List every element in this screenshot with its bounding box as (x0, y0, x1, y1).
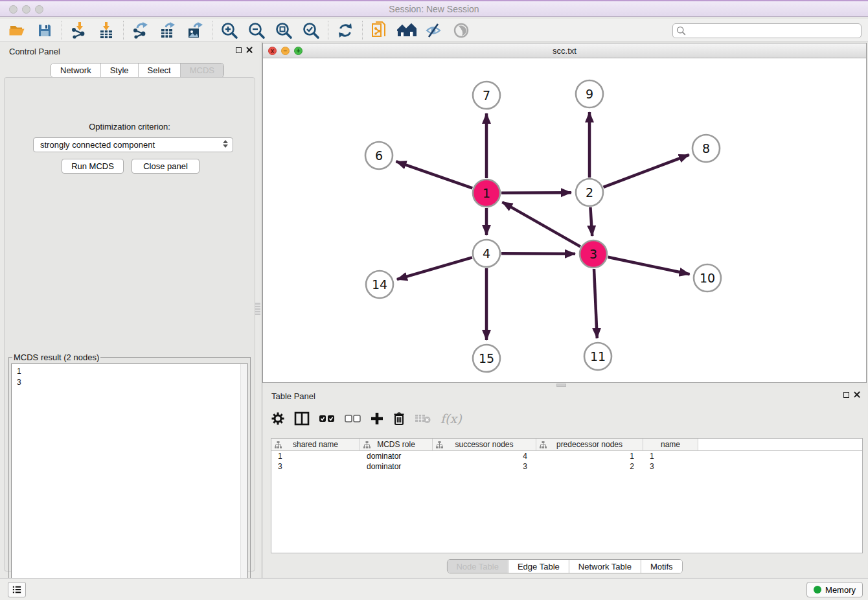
zoom-in-icon (220, 21, 238, 40)
import-table-icon (98, 22, 115, 39)
table-row[interactable]: 3dominator323 (271, 461, 862, 472)
float-table-panel-icon[interactable] (843, 392, 849, 398)
zoom-out-button[interactable] (243, 20, 270, 41)
export-network-icon (132, 22, 149, 39)
node-table: shared nameMCDS rolesuccessor nodesprede… (271, 438, 863, 553)
control-panel: Control Panel NetworkStyleSelectMCDS Opt… (0, 42, 259, 578)
graph-edge-1-2[interactable] (501, 192, 571, 193)
column-header-MCDS-role[interactable]: MCDS role (360, 439, 433, 450)
search-input[interactable] (686, 26, 861, 36)
graph-edge-3-11[interactable] (594, 269, 597, 338)
memory-button[interactable]: Memory (806, 582, 863, 597)
application-window: Session: New Session (0, 0, 868, 600)
create-column-button[interactable] (371, 410, 383, 427)
zoom-fit-icon (275, 21, 293, 40)
graph-node-label: 15 (479, 351, 494, 365)
cell-shared-name[interactable]: 3 (271, 461, 360, 472)
attribute-type-icon (540, 441, 547, 448)
mcds-result-line: 1 (17, 366, 247, 377)
zoom-selected-button[interactable] (297, 20, 325, 41)
table-panel: Table Panel (262, 387, 867, 577)
cell-name[interactable]: 3 (643, 461, 698, 472)
column-header-predecessor-nodes[interactable]: predecessor nodes (536, 439, 643, 450)
table-row[interactable]: 1dominator411 (271, 451, 862, 461)
dropdown-stepper-icon (223, 140, 228, 148)
import-table-button[interactable] (93, 20, 120, 41)
network-window-title: scc.txt (263, 46, 866, 56)
column-header-name[interactable]: name (643, 439, 698, 450)
table-tab-edge-table[interactable]: Edge Table (508, 560, 569, 573)
refresh-view-button[interactable] (332, 20, 359, 41)
column-header-successor-nodes[interactable]: successor nodes (433, 439, 536, 450)
table-tab-node-table[interactable]: Node Table (447, 560, 508, 573)
run-mcds-button[interactable]: Run MCDS (62, 159, 124, 174)
cell-predecessor-nodes[interactable]: 1 (536, 451, 643, 461)
show-all-button[interactable] (448, 20, 475, 41)
table-tab-network-table[interactable]: Network Table (569, 560, 641, 573)
tab-mcds[interactable]: MCDS (180, 63, 223, 77)
clone-network-button[interactable] (366, 20, 393, 41)
tab-style[interactable]: Style (100, 63, 138, 77)
close-table-panel-icon[interactable] (854, 391, 860, 398)
save-session-button[interactable] (31, 20, 58, 41)
first-neighbors-button[interactable] (393, 20, 420, 41)
cell-MCDS-role[interactable]: dominator (360, 451, 433, 461)
import-network-icon (71, 22, 87, 39)
table-settings-button[interactable] (271, 410, 285, 427)
memory-status-icon (814, 586, 821, 594)
cell-shared-name[interactable]: 1 (271, 451, 360, 461)
float-panel-icon[interactable] (236, 47, 242, 53)
zoom-fit-button[interactable] (270, 20, 297, 41)
graph-edge-2-8[interactable] (604, 155, 689, 187)
graph-edge-3-1[interactable] (502, 202, 580, 247)
cell-MCDS-role[interactable]: dominator (360, 461, 433, 472)
mcds-result-text[interactable]: 13 (11, 363, 248, 594)
network-view-window: x − + scc.txt 7968124314101511 (262, 43, 867, 383)
import-network-button[interactable] (65, 20, 93, 41)
tab-select[interactable]: Select (138, 63, 180, 77)
cell-successor-nodes[interactable]: 4 (433, 451, 536, 461)
criterion-dropdown[interactable]: strongly connected component (33, 137, 233, 152)
export-image-button[interactable] (181, 20, 209, 41)
hide-selected-button[interactable] (420, 20, 448, 41)
eye-slash-icon (425, 23, 443, 38)
unselect-all-columns-button[interactable] (345, 410, 361, 427)
graph-edge-4-3[interactable] (501, 253, 575, 254)
delete-table-button[interactable] (415, 410, 431, 427)
checked-boxes-icon (319, 414, 336, 423)
table-tab-motifs[interactable]: Motifs (641, 560, 682, 573)
close-panel-button[interactable]: Close panel (131, 159, 200, 174)
task-history-button[interactable] (8, 582, 26, 597)
graph-edge-4-14[interactable] (397, 257, 472, 279)
close-panel-icon[interactable] (246, 47, 253, 53)
plus-icon (371, 412, 383, 425)
network-canvas[interactable]: 7968124314101511 (263, 58, 866, 382)
result-scrollbar[interactable] (240, 364, 247, 594)
table-header-row: shared nameMCDS rolesuccessor nodesprede… (271, 439, 862, 451)
export-network-button[interactable] (127, 20, 154, 41)
mcds-tab-panel: Optimization criterion: strongly connect… (4, 77, 255, 571)
open-session-button[interactable] (4, 20, 31, 41)
split-columns-icon (294, 411, 310, 426)
toolbar-separator (362, 21, 363, 40)
tab-network[interactable]: Network (51, 63, 100, 77)
graph-edge-2-3[interactable] (590, 207, 592, 236)
network-window-titlebar: x − + scc.txt (263, 43, 866, 58)
column-header-shared-name[interactable]: shared name (271, 439, 360, 450)
graph-edge-3-10[interactable] (608, 257, 690, 275)
main-titlebar: Session: New Session (0, 0, 868, 17)
cell-predecessor-nodes[interactable]: 2 (536, 461, 643, 472)
select-all-columns-button[interactable] (319, 410, 336, 427)
function-builder-button[interactable]: f(x) (440, 411, 462, 426)
window-title: Session: New Session (0, 4, 868, 14)
cell-name[interactable]: 1 (643, 451, 698, 461)
graph-node-label: 9 (586, 87, 593, 101)
vertical-splitter-handle[interactable] (255, 302, 260, 315)
graph-edge-1-6[interactable] (396, 161, 472, 188)
show-column-panel-button[interactable] (294, 410, 310, 427)
cell-successor-nodes[interactable]: 3 (433, 461, 536, 472)
table-panel-title: Table Panel (271, 391, 315, 401)
delete-column-button[interactable] (393, 410, 405, 427)
zoom-in-button[interactable] (216, 20, 243, 41)
export-table-button[interactable] (154, 20, 181, 41)
